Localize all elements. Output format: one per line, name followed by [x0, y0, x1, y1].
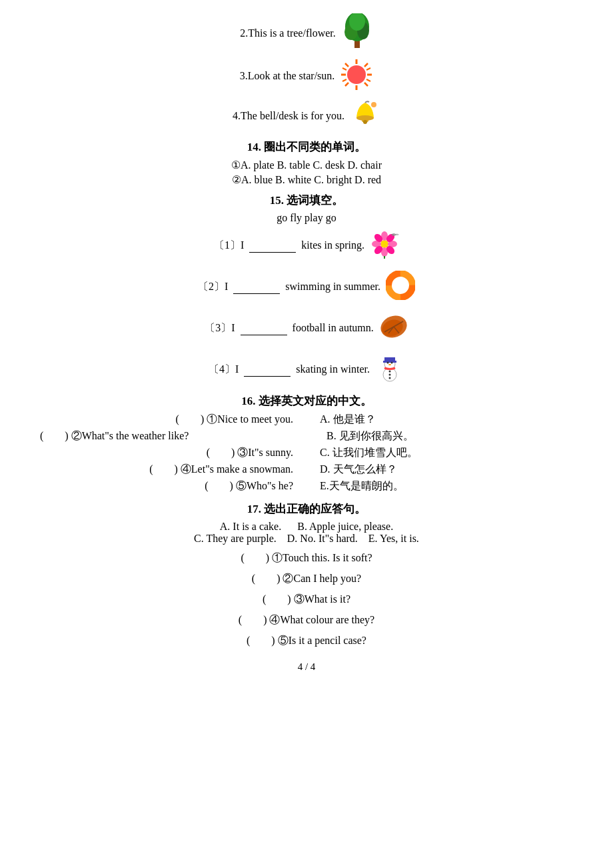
match-paren-5: ( ): [205, 480, 236, 491]
svg-point-44: [390, 362, 392, 364]
answer-row-1: ( ) ①Touch this. Is it soft?: [27, 551, 586, 565]
match-answer-5: E.天气是晴朗的。: [320, 480, 404, 491]
svg-line-14: [342, 68, 346, 70]
match-paren-3: ( ): [207, 447, 238, 458]
section-17-title: 17. 选出正确的应答句。: [27, 501, 586, 517]
page: 2.This is a tree/flower. 3.Look at the s…: [27, 13, 586, 673]
svg-line-10: [345, 63, 348, 67]
match-num-2: ②What"s the weather like?: [71, 430, 189, 441]
svg-point-47: [388, 374, 390, 376]
item2-num: 〔2〕I swimming in summer.: [198, 280, 380, 294]
match-answer-2: B. 见到你很高兴。: [326, 430, 414, 441]
question-4: 4.The bell/desk is for you.: [27, 99, 586, 133]
match-row-1: ( ) ①Nice to meet you. A. 他是谁？: [27, 413, 586, 427]
section-15-item-1: 〔1〕I kites in spring.: [27, 229, 586, 261]
match-answer-1: A. 他是谁？: [320, 413, 376, 425]
match-paren-1: ( ): [176, 413, 207, 425]
section-14: 14. 圈出不同类的单词。 ①A. plate B. table C. desk…: [27, 139, 586, 186]
svg-line-11: [364, 83, 368, 86]
q4-text: 4.The bell/desk is for you.: [233, 110, 344, 122]
match-num-4: ④Let"s make a snowman.: [181, 463, 293, 475]
answer-options: A. It is a cake. B. Apple juice, please.…: [27, 521, 586, 545]
item4-num: 〔4〕I skating in winter.: [209, 363, 370, 377]
match-answer-4: D. 天气怎么样？: [320, 463, 397, 475]
answer-row-4: ( ) ④What colour are they?: [27, 613, 586, 627]
match-paren-2: ( ): [40, 430, 71, 441]
bell-icon: [350, 99, 380, 133]
section-16-title: 16. 选择英文对应的中文。: [27, 393, 586, 409]
match-row-3: ( ) ③It"s sunny. C. 让我们堆雪人吧。: [27, 446, 586, 460]
page-number: 4 / 4: [27, 661, 586, 673]
match-paren-4: ( ): [149, 463, 181, 475]
match-row-2: ( ) ②What"s the weather like? B. 见到你很高兴。: [27, 429, 586, 443]
question-3: 3.Look at the star/sun.: [27, 58, 586, 94]
section-14-title: 14. 圈出不同类的单词。: [27, 139, 586, 155]
match-num-5: ⑤Who"s he?: [236, 480, 293, 491]
match-row-4: ( ) ④Let"s make a snowman. D. 天气怎么样？: [27, 463, 586, 477]
match-row-5: ( ) ⑤Who"s he? E.天气是晴朗的。: [27, 479, 586, 493]
tree-icon: [341, 13, 373, 53]
section-15-item-3: 〔3〕I football in autumn.: [27, 312, 586, 344]
svg-point-46: [388, 371, 390, 373]
answer-row-5: ( ) ⑤Is it a pencil case?: [27, 634, 586, 648]
item3-num: 〔3〕I football in autumn.: [205, 321, 374, 335]
flower-icon: [370, 229, 399, 261]
answer-row-3: ( ) ③What is it?: [27, 593, 586, 607]
svg-point-43: [386, 362, 388, 364]
q3-text: 3.Look at the star/sun.: [240, 70, 335, 82]
word-bank: go fly play go: [27, 212, 586, 224]
match-answer-3: C. 让我们堆雪人吧。: [320, 447, 418, 458]
section-15-item-2: 〔2〕I swimming in summer.: [27, 271, 586, 303]
question-2: 2.This is a tree/flower.: [27, 13, 586, 53]
ring-icon: [386, 271, 415, 303]
svg-line-16: [366, 68, 370, 70]
svg-line-13: [345, 83, 348, 86]
section-15: 15. 选词填空。 go fly play go 〔1〕I kites in s…: [27, 193, 586, 385]
snowman-icon: [375, 353, 404, 385]
section-16: 16. 选择英文对应的中文。 ( ) ①Nice to meet you. A.…: [27, 393, 586, 493]
q2-text: 2.This is a tree/flower.: [240, 27, 336, 39]
svg-point-5: [347, 65, 366, 84]
svg-point-48: [388, 377, 390, 379]
answer-row-2: ( ) ②Can I help you?: [27, 572, 586, 586]
match-num-1: ①Nice to meet you.: [207, 413, 293, 425]
svg-line-17: [366, 79, 370, 81]
svg-point-20: [371, 102, 376, 107]
section-14-item-2: ②A. blue B. white C. bright D. red: [27, 173, 586, 186]
section-15-item-4: 〔4〕I skating in winter.: [27, 353, 586, 385]
item1-num: 〔1〕I kites in spring.: [214, 239, 364, 253]
section-14-item-1: ①A. plate B. table C. desk D. chair: [27, 159, 586, 171]
svg-point-21: [363, 120, 367, 124]
section-17: 17. 选出正确的应答句。 A. It is a cake. B. Apple …: [27, 501, 586, 648]
svg-rect-42: [383, 361, 396, 363]
section-15-title: 15. 选词填空。: [27, 193, 586, 208]
svg-line-12: [364, 63, 368, 67]
svg-line-15: [342, 79, 346, 81]
svg-point-45: [388, 364, 391, 365]
sun-icon: [340, 58, 373, 94]
match-num-3: ③It"s sunny.: [237, 447, 293, 458]
match-section: ( ) ①Nice to meet you. A. 他是谁？ ( ) ②What…: [27, 413, 586, 493]
leaf-icon: [379, 312, 408, 344]
